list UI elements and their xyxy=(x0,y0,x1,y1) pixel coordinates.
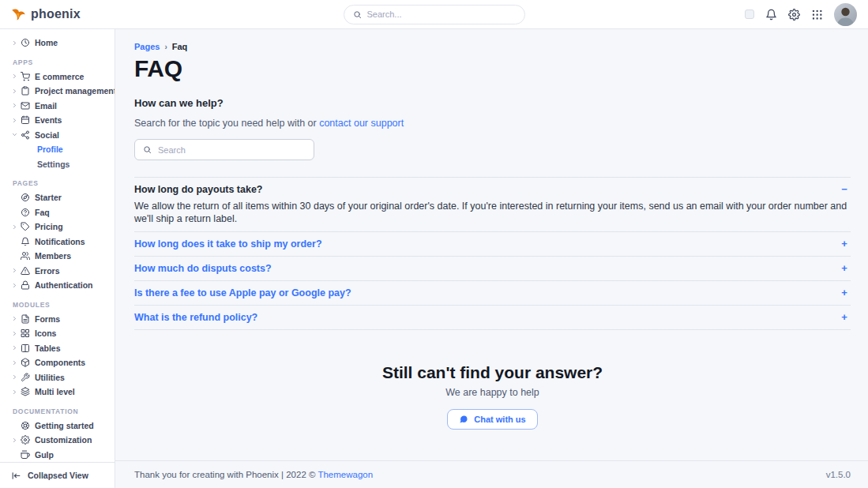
shopping-cart-icon xyxy=(21,72,30,81)
help-text: Search for the topic you need help with … xyxy=(134,118,851,129)
faq-item-refund-policy: What is the refund policy? + xyxy=(134,305,851,330)
phoenix-logo[interactable]: phoenix xyxy=(11,7,81,21)
avatar[interactable] xyxy=(834,3,857,26)
version-label: v1.5.0 xyxy=(826,470,851,479)
sidebar-section-pages: PAGES xyxy=(0,171,115,190)
plus-icon[interactable]: + xyxy=(838,263,851,274)
chevron-spacer xyxy=(12,238,18,244)
help-text-prefix: Search for the topic you need help with … xyxy=(134,118,319,129)
sidebar-item-home[interactable]: Home xyxy=(0,36,115,51)
sidebar-item-getting-started[interactable]: Getting started xyxy=(0,419,115,434)
collapsed-view-toggle[interactable]: Collapsed View xyxy=(0,462,115,488)
plus-icon[interactable]: + xyxy=(838,238,851,250)
share-icon xyxy=(21,130,30,140)
apps-grid-icon[interactable] xyxy=(811,9,823,21)
main-content: Pages › Faq FAQ How can we help? Search … xyxy=(115,29,868,488)
sidebar-item-label: Components xyxy=(35,358,85,367)
themewagon-link[interactable]: Themewagon xyxy=(318,470,373,479)
top-navbar: phoenix xyxy=(0,0,868,29)
brand-name: phoenix xyxy=(31,7,81,21)
plus-icon[interactable]: + xyxy=(838,312,851,323)
grid-icon xyxy=(21,328,30,338)
faq-search xyxy=(134,139,314,160)
navbar-actions xyxy=(745,3,857,26)
sidebar-item-social[interactable]: Social xyxy=(0,128,115,143)
sidebar-item-multi-level[interactable]: Multi level xyxy=(0,385,115,400)
sidebar-nav: Home APPS E commerce Project management … xyxy=(0,29,115,462)
lock-icon xyxy=(21,280,30,290)
sidebar-item-components[interactable]: Components xyxy=(0,355,115,370)
sidebar-item-label: Project management xyxy=(35,86,115,96)
faq-search-input[interactable] xyxy=(158,145,306,155)
sidebar-item-utilities[interactable]: Utilities xyxy=(0,370,115,385)
sidebar-item-forms[interactable]: Forms xyxy=(0,312,115,327)
sidebar-item-errors[interactable]: Errors xyxy=(0,264,115,279)
sidebar-section-modules: MODULES xyxy=(0,293,115,312)
cta-section: Still can't find your answer? We are hap… xyxy=(134,363,851,430)
sidebar-item-e-commerce[interactable]: E commerce xyxy=(0,69,115,84)
faq-question-row[interactable]: How long do payouts take? − xyxy=(134,184,851,195)
faq-question: How long does it take to ship my order? xyxy=(134,238,322,250)
chat-with-us-button[interactable]: Chat with us xyxy=(447,409,537,430)
cta-heading: Still can't find your answer? xyxy=(134,363,851,382)
calendar-icon xyxy=(21,115,30,125)
chat-bubble-icon xyxy=(459,415,468,424)
sidebar-item-label: Home xyxy=(35,38,58,47)
sidebar-item-settings[interactable]: Settings xyxy=(0,157,115,172)
minus-icon[interactable]: − xyxy=(838,184,851,195)
life-buoy-icon xyxy=(21,421,30,430)
gear-icon[interactable] xyxy=(788,9,800,21)
sidebar-item-faq[interactable]: Faq xyxy=(0,205,115,220)
search-icon xyxy=(353,10,362,19)
search-icon xyxy=(143,145,152,154)
sidebar-item-label: Getting started xyxy=(35,421,94,430)
sidebar-item-label: Email xyxy=(35,101,57,111)
theme-toggle[interactable] xyxy=(745,9,754,19)
faq-item-disputes: How much do disputs costs? + xyxy=(134,256,851,280)
sidebar-item-events[interactable]: Events xyxy=(0,113,115,128)
footer-credit: Thank you for creating with Phoenix | 20… xyxy=(134,470,373,479)
bell-icon[interactable] xyxy=(765,9,777,21)
contact-support-link[interactable]: contact our support xyxy=(319,118,404,129)
collapse-arrow-icon xyxy=(11,471,21,481)
sidebar-item-label: Multi level xyxy=(35,387,75,396)
chevron-spacer xyxy=(12,195,18,201)
plus-icon[interactable]: + xyxy=(838,287,851,298)
sidebar-item-project-management[interactable]: Project management xyxy=(0,84,115,99)
tool-icon xyxy=(21,373,30,382)
breadcrumb: Pages › Faq xyxy=(134,42,851,51)
file-text-icon xyxy=(21,314,30,324)
chevron-right-icon xyxy=(12,268,18,273)
sidebar-item-gulp[interactable]: Gulp xyxy=(0,448,115,463)
sidebar-item-pricing[interactable]: Pricing xyxy=(0,220,115,235)
sidebar-item-starter[interactable]: Starter xyxy=(0,190,115,205)
global-search-input[interactable] xyxy=(367,9,516,19)
sidebar-subitem-label: Profile xyxy=(37,145,63,154)
sidebar-item-customization[interactable]: Customization xyxy=(0,433,115,448)
sidebar-item-email[interactable]: Email xyxy=(0,99,115,114)
sidebar-item-tables[interactable]: Tables xyxy=(0,341,115,356)
faq-question-row[interactable]: What is the refund policy? + xyxy=(134,312,851,323)
sidebar-item-label: Forms xyxy=(35,314,60,324)
footer-text: Thank you for creating with Phoenix | 20… xyxy=(134,470,318,479)
sidebar-item-profile[interactable]: Profile xyxy=(0,142,115,157)
faq-question-row[interactable]: How long does it take to ship my order? … xyxy=(134,238,851,250)
sidebar-item-label: Social xyxy=(35,130,59,140)
sidebar-item-members[interactable]: Members xyxy=(0,249,115,264)
settings-icon xyxy=(21,435,30,445)
mail-icon xyxy=(21,101,30,111)
users-icon xyxy=(21,251,30,261)
box-icon xyxy=(21,358,30,367)
sidebar-item-notifications[interactable]: Notifications xyxy=(0,235,115,250)
faq-question-row[interactable]: Is there a fee to use Apple pay or Googl… xyxy=(134,287,851,298)
sidebar-item-authentication[interactable]: Authentication xyxy=(0,278,115,293)
chevron-right-icon xyxy=(12,224,18,230)
sidebar-item-label: Pricing xyxy=(35,222,63,231)
chevron-right-icon xyxy=(12,73,18,79)
sidebar-section-documentation: DOCUMENTATION xyxy=(0,400,115,419)
chevron-right-icon xyxy=(12,437,18,443)
faq-question: How much do disputs costs? xyxy=(134,263,272,274)
sidebar-item-icons[interactable]: Icons xyxy=(0,326,115,341)
faq-question-row[interactable]: How much do disputs costs? + xyxy=(134,263,851,274)
breadcrumb-pages-link[interactable]: Pages xyxy=(134,42,160,51)
